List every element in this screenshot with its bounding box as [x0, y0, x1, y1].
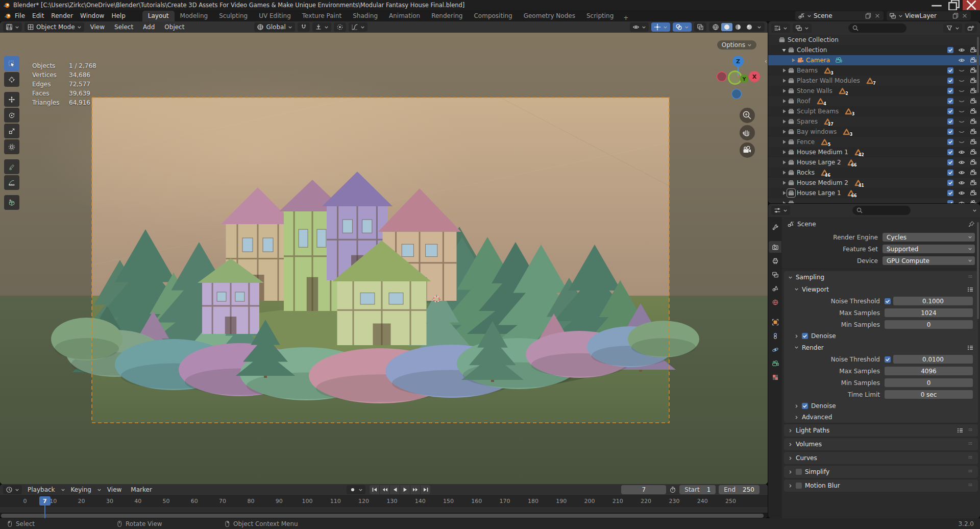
menu-file[interactable]: File — [11, 12, 29, 20]
viewport-canvas[interactable]: Objects1 / 2,768Vertices34,686Edges72,57… — [0, 33, 768, 484]
disclosure-open[interactable] — [780, 46, 788, 54]
disclosure-closed[interactable] — [780, 87, 788, 94]
orientation-selector[interactable]: Global — [254, 22, 295, 32]
disable-render-icon[interactable] — [970, 159, 977, 166]
outliner-scrollbar[interactable] — [977, 37, 979, 93]
exclude-checkbox[interactable] — [947, 88, 953, 94]
properties-tab-constraints[interactable] — [769, 330, 781, 342]
playhead[interactable] — [44, 504, 45, 518]
shading-solid[interactable] — [721, 23, 732, 31]
tab-sculpting[interactable]: Sculpting — [213, 11, 253, 21]
disclosure-closed[interactable] — [780, 179, 788, 186]
panel-header-volumes[interactable]: Volumes — [784, 438, 978, 450]
disclosure-closed[interactable] — [780, 200, 788, 203]
viewport-menu-view[interactable]: View — [87, 23, 108, 31]
property-value-field[interactable]: 1024 — [885, 308, 973, 317]
exclude-checkbox[interactable] — [947, 139, 953, 145]
disclosure-closed[interactable] — [780, 67, 788, 74]
outliner-row-fence[interactable]: Fence5 — [768, 137, 980, 147]
properties-tab-object[interactable] — [769, 316, 781, 328]
hide-viewport-icon[interactable] — [958, 108, 965, 115]
properties-tab-object-data[interactable] — [769, 357, 781, 369]
exclude-checkbox[interactable] — [947, 129, 953, 135]
shading-wireframe[interactable] — [710, 23, 721, 31]
play-reverse-button[interactable] — [390, 485, 400, 494]
snap-toggle[interactable] — [298, 22, 310, 32]
properties-tab-texture[interactable] — [769, 371, 781, 383]
unlink-scene-icon[interactable] — [874, 12, 881, 19]
panel-header-light-paths[interactable]: Light Paths — [784, 424, 978, 437]
disable-render-icon[interactable] — [970, 118, 977, 125]
maximize-button[interactable] — [945, 0, 963, 10]
next-keyframe-button[interactable] — [410, 485, 421, 494]
outliner-row-house-large-2[interactable]: House Large 266 — [768, 157, 980, 167]
disable-render-icon[interactable] — [970, 149, 977, 156]
exclude-checkbox[interactable] — [947, 200, 953, 203]
panel-header-simplify[interactable]: Simplify — [784, 466, 978, 478]
denoise-checkbox[interactable] — [802, 333, 808, 339]
subpanel-header-viewport[interactable]: Viewport — [784, 283, 978, 295]
subpanel-header-render[interactable]: Render — [784, 342, 978, 353]
panel-checkbox[interactable] — [796, 469, 802, 475]
hide-viewport-icon[interactable] — [958, 169, 965, 176]
property-value-field[interactable]: 4096 — [885, 367, 973, 375]
disclosure-closed[interactable] — [780, 128, 788, 135]
timeline-menu-view[interactable]: View — [104, 486, 125, 494]
panel-header-sampling[interactable]: Sampling — [784, 271, 978, 283]
new-scene-icon[interactable] — [865, 12, 872, 19]
disable-render-icon[interactable] — [970, 108, 977, 115]
outliner-row-stone-walls[interactable]: Stone Walls2 — [768, 86, 980, 96]
exclude-checkbox[interactable] — [947, 108, 953, 114]
denoise-row-viewport[interactable]: Denoise — [784, 330, 978, 342]
outliner-row-roof[interactable]: Roof4 — [768, 96, 980, 106]
hide-viewport-icon[interactable] — [958, 67, 965, 74]
property-value-field[interactable]: 0 — [885, 378, 973, 387]
remove-viewlayer-icon[interactable] — [961, 12, 968, 19]
hide-viewport-icon[interactable] — [958, 200, 965, 203]
disclosure-closed[interactable] — [780, 98, 788, 105]
disable-render-icon[interactable] — [970, 77, 977, 84]
close-button[interactable] — [963, 0, 980, 10]
hide-viewport-icon[interactable] — [958, 159, 965, 166]
disclosure-closed[interactable] — [780, 118, 788, 125]
property-value-field[interactable]: 0 sec — [885, 390, 973, 399]
exclude-checkbox[interactable] — [947, 180, 953, 186]
disable-render-icon[interactable] — [970, 179, 977, 186]
shading-dropdown[interactable] — [755, 25, 764, 30]
menu-edit[interactable]: Edit — [29, 12, 47, 20]
viewlayer-selector[interactable]: ViewLayer — [887, 11, 971, 20]
hide-viewport-icon[interactable] — [958, 189, 965, 197]
exclude-checkbox[interactable] — [947, 159, 953, 165]
pin-icon[interactable] — [968, 221, 975, 228]
disclosure-closed[interactable] — [780, 138, 788, 146]
tab-uv-editing[interactable]: UV Editing — [253, 11, 297, 21]
viewport-menu-select[interactable]: Select — [111, 23, 137, 31]
tab-shading[interactable]: Shading — [347, 11, 383, 21]
properties-tab-tool[interactable] — [769, 221, 781, 233]
tab-compositing[interactable]: Compositing — [468, 11, 518, 21]
play-button[interactable] — [400, 485, 410, 494]
outliner-row-spares[interactable]: Spares17 — [768, 116, 980, 127]
viewport-menu-object[interactable]: Object — [161, 23, 188, 31]
disclosure-closed[interactable] — [780, 108, 788, 115]
timeline-menu-marker[interactable]: Marker — [127, 486, 155, 494]
tab-modeling[interactable]: Modeling — [175, 11, 214, 21]
timeline-scrollbar[interactable] — [0, 513, 768, 518]
scene-selector[interactable]: Scene — [795, 11, 884, 20]
outliner-filter[interactable] — [943, 23, 962, 33]
hide-viewport-icon[interactable] — [958, 87, 965, 94]
disable-render-icon[interactable] — [970, 138, 977, 146]
panel-header-curves[interactable]: Curves — [784, 452, 978, 464]
disclosure-closed[interactable] — [780, 169, 788, 176]
disable-render-icon[interactable] — [970, 87, 977, 94]
navigation-gizmo[interactable]: ZXY — [715, 53, 764, 172]
properties-tab-physics[interactable] — [769, 344, 781, 355]
tab-animation[interactable]: Animation — [383, 11, 426, 21]
outliner-row[interactable] — [768, 198, 980, 203]
exclude-checkbox[interactable] — [947, 47, 953, 53]
menu-render[interactable]: Render — [47, 12, 77, 20]
region-collapse-icon[interactable]: ‹ — [765, 57, 767, 65]
current-frame-field[interactable]: 7 — [621, 485, 666, 494]
disable-render-icon[interactable] — [970, 128, 977, 135]
property-dropdown[interactable]: Supported — [883, 245, 975, 253]
